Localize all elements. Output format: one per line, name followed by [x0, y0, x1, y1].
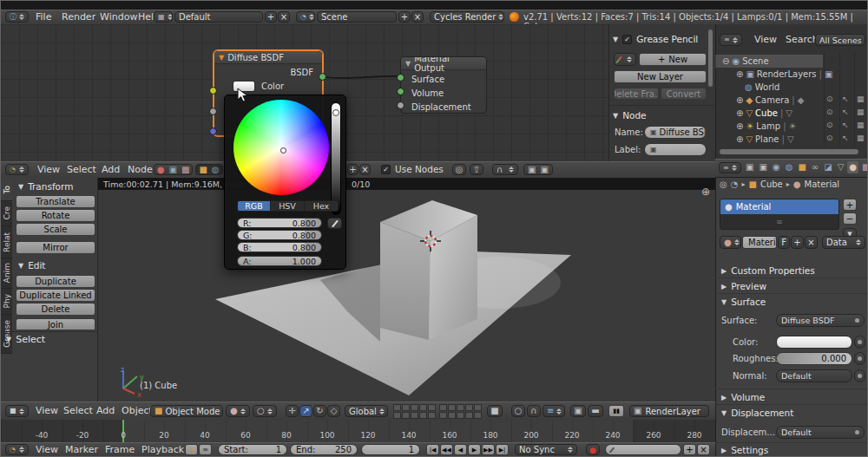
material-unlink-button[interactable]: ×: [359, 164, 371, 175]
grease-pencil-new-button[interactable]: +New: [639, 53, 707, 66]
expand-icon[interactable]: ⊕: [736, 135, 743, 144]
normal-dropdown[interactable]: Default: [776, 369, 852, 382]
tab-render-icon[interactable]: ▣: [744, 161, 755, 173]
channel-r-slider[interactable]: R:0.800: [237, 218, 322, 228]
eye-icon[interactable]: ⊙: [826, 108, 833, 116]
shader-type-buttons[interactable]: ■◍: [195, 164, 223, 175]
socket-color-input[interactable]: [209, 87, 217, 95]
play-button[interactable]: ▶: [468, 444, 481, 455]
node-material-output[interactable]: ▼Material Output Surface Volume Displace…: [400, 56, 487, 114]
panel-volume[interactable]: ▶Volume: [721, 392, 765, 402]
sync-dropdown[interactable]: No Sync: [515, 444, 577, 455]
tab-scene-icon[interactable]: ◉: [771, 161, 782, 173]
panel-custom-properties[interactable]: ▶Custom Properties: [721, 265, 815, 276]
outliner-menu-view[interactable]: View: [749, 32, 782, 47]
expand-icon[interactable]: ⊖: [722, 57, 729, 66]
node-collapse-icon[interactable]: ▼: [405, 60, 411, 68]
tab-world-icon[interactable]: ◍: [784, 161, 795, 173]
tab-data-icon[interactable]: ▽: [836, 161, 846, 173]
scene-icon-dropdown[interactable]: ◔: [296, 11, 315, 23]
material-browse-dropdown[interactable]: ●: [720, 236, 741, 249]
node-output-header[interactable]: ▼Material Output: [401, 57, 486, 70]
tab-hex[interactable]: Hex: [305, 200, 339, 212]
lock-range-button[interactable]: ≡: [199, 444, 212, 455]
layers-grid-1[interactable]: [393, 404, 436, 419]
socket-volume-input[interactable]: [397, 88, 404, 95]
expand-icon[interactable]: ⊕: [736, 122, 743, 131]
shelf-tab-tools[interactable]: To: [1, 180, 12, 201]
keying-set-field[interactable]: [605, 444, 681, 455]
editor-type-timeline-dropdown[interactable]: ◔: [5, 444, 29, 455]
viewport-3d[interactable]: Time:00:02.71 | Mem:9.16M, Peak:9.16M | …: [98, 178, 715, 402]
socket-roughness-input[interactable]: [209, 108, 217, 115]
selectable-icon[interactable]: ↖: [842, 95, 849, 103]
preview-range-button[interactable]: ◔: [185, 444, 198, 455]
keyframe-insert-button[interactable]: +: [683, 444, 696, 455]
join-button[interactable]: Join: [16, 318, 95, 330]
expand-icon[interactable]: ⊕: [736, 70, 743, 79]
tab-render-layers-icon[interactable]: ▣: [757, 161, 768, 173]
scene-delete-button[interactable]: ×: [411, 11, 424, 23]
material-add-button[interactable]: +: [347, 164, 358, 175]
duplicate-button[interactable]: Duplicate: [16, 275, 95, 288]
panel-surface[interactable]: ▼Surface: [721, 297, 766, 307]
expand-icon[interactable]: ⊕: [736, 96, 743, 105]
data-source-dropdown[interactable]: Data: [822, 236, 865, 249]
region-expand-icon[interactable]: ⊕: [701, 186, 710, 197]
scene-name-field[interactable]: Scene: [317, 11, 397, 23]
node-diffuse-header[interactable]: ▼Diffuse BSDF: [214, 51, 322, 64]
outliner-row-world[interactable]: ◍World: [715, 81, 868, 94]
surface-shader-dropdown[interactable]: Diffuse BSDF: [776, 314, 865, 327]
render-opengl-anim-button[interactable]: ▬: [588, 405, 603, 417]
current-frame-field[interactable]: 1: [361, 444, 420, 455]
menu-marker[interactable]: Marker: [60, 442, 103, 457]
grease-pencil-panel-header[interactable]: ▼ ✓ Grease Pencil: [613, 34, 698, 44]
next-keyframe-button[interactable]: ▶▶: [482, 444, 495, 455]
eye-icon[interactable]: ⊙: [826, 121, 833, 129]
displacement-dropdown[interactable]: Default: [776, 426, 865, 439]
pin-icon[interactable]: ◎: [720, 180, 727, 189]
play-reverse-button[interactable]: ◀: [454, 444, 467, 455]
convert-button[interactable]: Convert: [661, 88, 707, 100]
slot-add-button[interactable]: +: [843, 199, 857, 211]
tab-object-icon[interactable]: ■: [796, 161, 807, 173]
screen-layout-add-button[interactable]: +: [265, 11, 277, 23]
outliner-row-renderlayers[interactable]: ⊕▣RenderLayers|▣: [715, 68, 868, 81]
manipulator-rotate-button[interactable]: ↻: [313, 405, 326, 417]
proportional-edit-button[interactable]: ○: [511, 405, 525, 417]
editor-type-info-dropdown[interactable]: ⓘ: [5, 11, 29, 23]
menu-playback[interactable]: Playback: [136, 442, 189, 457]
tab-constraints-icon[interactable]: ∞: [810, 161, 820, 173]
shading-dropdown[interactable]: ●: [226, 405, 250, 417]
panel-transform[interactable]: ▼Transform: [18, 181, 73, 192]
channel-a-slider[interactable]: A:1.000: [237, 256, 322, 266]
copy-paste-buttons[interactable]: ▣▣: [523, 164, 553, 175]
material-name-field[interactable]: Materia: [742, 236, 777, 249]
material-new-button[interactable]: +: [791, 236, 804, 249]
go-parent-node-button[interactable]: ⇧: [470, 164, 483, 175]
tab-material-icon[interactable]: ●: [847, 161, 858, 173]
socket-displacement-input[interactable]: [397, 101, 404, 109]
editor-type-properties-dropdown[interactable]: ≡: [719, 162, 741, 173]
menu-add[interactable]: Add: [96, 162, 125, 177]
expand-icon[interactable]: ⊕: [736, 109, 743, 118]
screen-layout-name-field[interactable]: Default: [174, 11, 263, 23]
roughness-link-button[interactable]: [854, 352, 865, 365]
new-layer-button[interactable]: New Layer: [614, 70, 707, 83]
shelf-tab-relations[interactable]: Relat: [1, 226, 12, 258]
timeline-canvas[interactable]: -40 -20 0 20 40 60 80 100 120 140 160 18…: [1, 420, 715, 442]
translate-button[interactable]: Translate: [16, 195, 95, 208]
sidebar-scrollbar[interactable]: [708, 29, 713, 87]
wheel-cursor[interactable]: [280, 147, 286, 153]
rotate-button[interactable]: Rotate: [16, 209, 95, 222]
manipulator-scale-button[interactable]: ◇: [327, 405, 340, 417]
eyedropper-button[interactable]: [327, 218, 342, 229]
panel-settings[interactable]: ▶Settings: [721, 445, 768, 455]
shelf-tab-animation[interactable]: Anim: [1, 258, 12, 289]
selectable-icon[interactable]: ↖: [842, 134, 849, 142]
delete-button[interactable]: Delete: [16, 303, 95, 316]
pause-render-button[interactable]: ▮▮: [608, 405, 624, 417]
eye-icon[interactable]: ⊙: [826, 95, 833, 103]
normal-link-button[interactable]: [854, 369, 865, 382]
menu-file[interactable]: File: [30, 10, 56, 24]
